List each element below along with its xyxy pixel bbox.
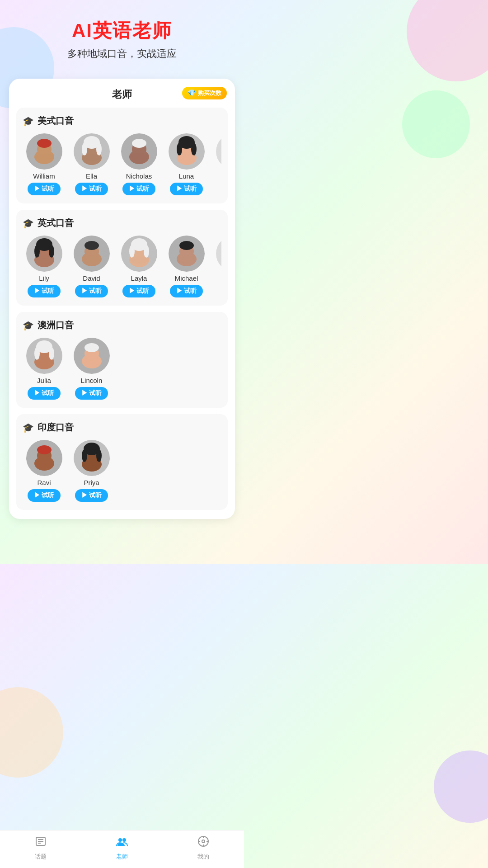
- section-icon-british: 🎓: [23, 218, 34, 229]
- svg-point-41: [84, 241, 99, 250]
- trial-button-lily[interactable]: ▶ 试听: [28, 285, 61, 297]
- svg-point-66: [34, 347, 40, 360]
- section-australian: 🎓澳洲口音 Julia▶ 试听 Lincoln▶ 试听: [16, 312, 228, 408]
- svg-point-15: [132, 139, 146, 148]
- main-container: AI英语老师 多种地域口音，实战适应 老师 💎 购买次数 🎓美式口音 Willi…: [0, 0, 244, 564]
- avatar-layla: [121, 236, 157, 272]
- svg-point-23: [177, 154, 197, 161]
- svg-point-78: [34, 460, 54, 467]
- svg-point-48: [144, 245, 149, 258]
- svg-point-49: [129, 256, 149, 264]
- section-british: 🎓英式口音 Lily▶ 试听 David▶ 试听 Layla▶ 试听 Micha…: [16, 210, 228, 306]
- teacher-item-ella: Ella▶ 试听: [70, 133, 113, 195]
- svg-point-22: [191, 143, 197, 156]
- avatar-eliza: [216, 236, 222, 272]
- teacher-item-eliza: Eliza: [212, 236, 221, 297]
- avatar-julia: [26, 338, 62, 374]
- svg-point-4: [34, 153, 54, 160]
- section-title-indian: 印度口音: [38, 421, 74, 434]
- avatar-ravi: [26, 440, 62, 476]
- teachers-row-indian: Ravi▶ 试听 Priya▶ 试听: [23, 440, 221, 502]
- teacher-name-priya: Priya: [84, 479, 99, 486]
- diamond-icon: 💎: [188, 89, 196, 97]
- teacher-item-william: William▶ 试听: [23, 133, 66, 195]
- svg-point-11: [82, 154, 102, 161]
- avatar-lincoln: [74, 338, 110, 374]
- section-title-british: 英式口音: [38, 217, 74, 229]
- avatar-lily: [26, 236, 62, 272]
- svg-point-67: [49, 347, 54, 360]
- svg-point-24: [216, 133, 222, 170]
- trial-button-nicholas[interactable]: ▶ 试听: [122, 183, 156, 195]
- svg-point-21: [177, 143, 182, 156]
- svg-point-3: [37, 139, 52, 148]
- svg-point-16: [129, 153, 149, 160]
- page-title: AI英语老师: [9, 18, 235, 43]
- teacher-name-julia: Julia: [37, 377, 51, 384]
- teacher-item-lily: Lily▶ 试听: [23, 236, 66, 297]
- page-subtitle: 多种地域口音，实战适应: [9, 47, 235, 61]
- trial-button-priya[interactable]: ▶ 试听: [75, 489, 108, 502]
- teachers-row-british: Lily▶ 试听 David▶ 试听 Layla▶ 试听 Michael▶ 试听…: [23, 236, 221, 297]
- teacher-item-nicholas: Nicholas▶ 试听: [117, 133, 160, 195]
- avatar-nicholas: [121, 133, 157, 170]
- teacher-item-luna: Luna▶ 试听: [165, 133, 208, 195]
- svg-point-83: [82, 449, 87, 462]
- teacher-item-julia: Julia▶ 试听: [23, 338, 66, 400]
- trial-button-william[interactable]: ▶ 试听: [28, 183, 61, 195]
- teachers-row-american: William▶ 试听 Ella▶ 试听 Nicholas▶ 试听 Luna▶ …: [23, 133, 221, 195]
- trial-button-michael[interactable]: ▶ 试听: [170, 285, 203, 297]
- trial-button-lincoln[interactable]: ▶ 试听: [75, 387, 108, 400]
- section-header-australian: 🎓澳洲口音: [23, 319, 221, 331]
- buy-label: 购买次数: [198, 89, 221, 97]
- teacher-name-ella: Ella: [86, 172, 97, 180]
- svg-point-9: [82, 143, 87, 156]
- section-header-american: 🎓美式口音: [23, 115, 221, 127]
- trial-button-david[interactable]: ▶ 试听: [75, 285, 108, 297]
- section-indian: 🎓印度口音 Ravi▶ 试听 Priya▶ 试听: [16, 414, 228, 510]
- section-icon-american: 🎓: [23, 116, 34, 127]
- trial-button-layla[interactable]: ▶ 试听: [122, 285, 156, 297]
- teacher-name-david: David: [83, 274, 100, 282]
- teacher-item-sop: Sop: [212, 133, 221, 195]
- svg-point-42: [82, 255, 102, 263]
- svg-point-72: [84, 343, 99, 352]
- svg-point-77: [37, 445, 52, 454]
- section-american: 🎓美式口音 William▶ 试听 Ella▶ 试听 Nicholas▶ 试听 …: [16, 108, 228, 203]
- teacher-item-priya: Priya▶ 试听: [70, 440, 113, 502]
- trial-button-ella[interactable]: ▶ 试听: [75, 183, 108, 195]
- svg-point-55: [216, 236, 222, 272]
- svg-point-85: [82, 461, 102, 468]
- svg-point-73: [82, 358, 102, 365]
- teacher-name-michael: Michael: [175, 274, 198, 282]
- trial-button-luna[interactable]: ▶ 试听: [170, 183, 203, 195]
- teacher-name-luna: Luna: [179, 172, 194, 180]
- svg-point-53: [179, 241, 194, 250]
- buy-button[interactable]: 💎 购买次数: [182, 87, 227, 99]
- teacher-item-ravi: Ravi▶ 试听: [23, 440, 66, 502]
- teacher-name-william: William: [33, 172, 55, 180]
- svg-point-68: [34, 359, 54, 366]
- avatar-ella: [74, 133, 110, 170]
- svg-point-35: [34, 245, 40, 258]
- section-icon-australian: 🎓: [23, 320, 34, 331]
- teacher-name-lily: Lily: [39, 274, 49, 282]
- teacher-name-ravi: Ravi: [37, 479, 51, 486]
- avatar-david: [74, 236, 110, 272]
- teacher-item-layla: Layla▶ 试听: [117, 236, 160, 297]
- section-title-australian: 澳洲口音: [38, 319, 74, 331]
- trial-button-ravi[interactable]: ▶ 试听: [28, 489, 61, 502]
- teacher-item-michael: Michael▶ 试听: [165, 236, 208, 297]
- teacher-name-layla: Layla: [131, 274, 147, 282]
- svg-point-54: [177, 255, 197, 263]
- svg-point-36: [49, 245, 54, 258]
- avatar-sop: [216, 133, 222, 170]
- trial-button-julia[interactable]: ▶ 试听: [28, 387, 61, 400]
- main-card: 老师 💎 购买次数 🎓美式口音 William▶ 试听 Ella▶ 试听 Nic…: [9, 79, 235, 519]
- avatar-william: [26, 133, 62, 170]
- svg-point-47: [129, 245, 135, 258]
- teacher-name-lincoln: Lincoln: [81, 377, 103, 384]
- svg-point-37: [34, 256, 54, 264]
- section-header-british: 🎓英式口音: [23, 217, 221, 229]
- svg-point-84: [96, 449, 102, 462]
